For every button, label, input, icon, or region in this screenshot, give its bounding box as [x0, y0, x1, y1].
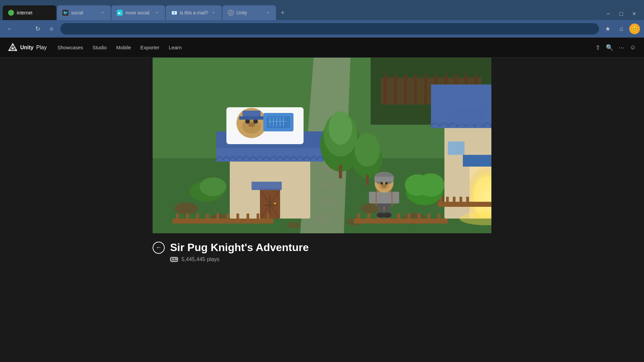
svg-rect-86	[397, 214, 400, 224]
forward-button[interactable]: →	[18, 23, 29, 34]
nav-right-icons: ⇧ 🔍 ⋯ ☺	[595, 44, 636, 51]
svg-rect-61	[438, 202, 491, 207]
svg-rect-101	[392, 192, 399, 203]
svg-point-26	[174, 202, 198, 215]
tab-icon-unity	[228, 10, 234, 16]
svg-rect-65	[460, 197, 462, 207]
svg-rect-13	[414, 74, 417, 105]
svg-rect-57	[470, 165, 491, 219]
tab-social[interactable]: 🐦 social ×	[57, 5, 111, 20]
back-button[interactable]: ←	[153, 242, 165, 254]
tab-icon-social: 🐦	[62, 10, 68, 16]
svg-rect-80	[267, 214, 269, 224]
grid-icon[interactable]: ⋯	[619, 44, 625, 51]
svg-rect-118	[239, 116, 264, 120]
content-area: Unity Play Showcases Studio Mobile Expor…	[0, 38, 644, 270]
svg-rect-75	[216, 214, 219, 224]
svg-point-106	[380, 182, 383, 185]
unity-logo-icon	[8, 43, 17, 52]
toolbar-icons: ★ ♫ 😊	[602, 23, 640, 34]
home-button[interactable]: ⊙	[46, 23, 57, 34]
svg-rect-52	[366, 175, 369, 185]
game-plays-row: 5,445,445 plays	[170, 256, 491, 262]
minimize-button[interactable]: −	[604, 9, 613, 19]
svg-rect-72	[186, 214, 189, 224]
tab-label-more-social: more social	[125, 10, 150, 15]
reload-button[interactable]: ↻	[32, 23, 43, 34]
game-scene: ENTER	[153, 58, 491, 233]
tab-close-unity[interactable]: ×	[265, 10, 271, 15]
svg-rect-76	[226, 214, 229, 224]
svg-point-115	[253, 119, 258, 124]
tab-bar: internet 🐦 social × ▶ more social × 📧 is…	[0, 0, 644, 20]
tab-label-mail: is this a mail?	[180, 10, 208, 15]
tab-close-mail[interactable]: ×	[211, 10, 216, 15]
search-icon[interactable]: 🔍	[606, 44, 613, 51]
svg-rect-12	[404, 74, 407, 105]
svg-rect-89	[428, 214, 430, 224]
svg-rect-83	[367, 214, 370, 224]
tab-icon-more-social: ▶	[117, 10, 123, 16]
bookmark-icon[interactable]: ★	[602, 23, 613, 34]
svg-marker-55	[454, 108, 485, 125]
svg-rect-14	[424, 74, 427, 105]
svg-rect-49	[339, 165, 342, 178]
svg-point-99	[383, 213, 391, 218]
tab-unity[interactable]: Unity ×	[222, 5, 276, 20]
music-icon[interactable]: ♫	[616, 23, 627, 34]
browser-chrome: internet 🐦 social × ▶ more social × 📧 is…	[0, 0, 644, 38]
svg-rect-60	[448, 141, 465, 155]
nav-showcases[interactable]: Showcases	[57, 45, 83, 50]
svg-point-131	[176, 259, 177, 260]
svg-point-114	[245, 119, 250, 124]
svg-point-116	[248, 122, 255, 127]
tab-more-social[interactable]: ▶ more social ×	[111, 5, 165, 20]
tab-mail[interactable]: 📧 is this a mail? ×	[166, 5, 222, 20]
svg-rect-11	[394, 74, 397, 105]
profile-icon[interactable]: 😊	[629, 23, 640, 34]
game-frame[interactable]: ENTER	[153, 58, 491, 233]
svg-rect-79	[257, 214, 259, 224]
svg-rect-94	[377, 192, 391, 205]
account-icon[interactable]: ☺	[630, 44, 636, 51]
nav-studio[interactable]: Studio	[93, 45, 107, 50]
controller-icon	[170, 257, 178, 262]
plays-count: 5,445,445 plays	[181, 256, 219, 262]
tab-close-more-social[interactable]: ×	[154, 10, 160, 15]
svg-point-92	[200, 177, 226, 196]
new-tab-button[interactable]: +	[277, 7, 289, 19]
svg-rect-100	[369, 192, 376, 203]
unity-logo-text: Unity	[20, 45, 34, 51]
game-info: ← Sir Pug Knight's Adventure 5,445,445 p…	[0, 233, 644, 270]
svg-rect-71	[176, 214, 179, 224]
game-container: ENTER	[0, 58, 644, 233]
upload-icon[interactable]: ⇧	[595, 44, 600, 51]
nav-learn[interactable]: Learn	[169, 45, 181, 50]
maximize-button[interactable]: □	[617, 9, 626, 19]
svg-rect-73	[196, 214, 199, 224]
svg-point-44	[274, 202, 276, 204]
svg-rect-66	[466, 197, 469, 207]
tab-icon-mail: 📧	[171, 10, 177, 16]
svg-marker-45	[252, 182, 282, 190]
svg-point-107	[385, 182, 388, 185]
svg-rect-87	[408, 214, 410, 224]
svg-rect-10	[384, 74, 387, 105]
back-button[interactable]: ←	[4, 23, 15, 34]
svg-marker-1	[229, 11, 232, 14]
game-title-row: ← Sir Pug Knight's Adventure	[153, 241, 491, 254]
close-button[interactable]: ×	[630, 9, 639, 19]
tab-close-social[interactable]: ×	[100, 10, 105, 15]
svg-point-108	[381, 184, 387, 188]
svg-point-69	[405, 174, 430, 196]
tab-internet[interactable]: internet	[3, 5, 56, 20]
url-input[interactable]	[60, 23, 599, 35]
svg-rect-104	[375, 177, 393, 182]
unity-logo[interactable]: Unity Play	[8, 43, 47, 52]
nav-exporter[interactable]: Exporter	[141, 45, 160, 50]
svg-marker-59	[463, 155, 491, 167]
svg-rect-74	[206, 214, 209, 224]
nav-mobile[interactable]: Mobile	[116, 45, 131, 50]
svg-rect-90	[438, 214, 440, 224]
svg-point-22	[319, 197, 338, 206]
